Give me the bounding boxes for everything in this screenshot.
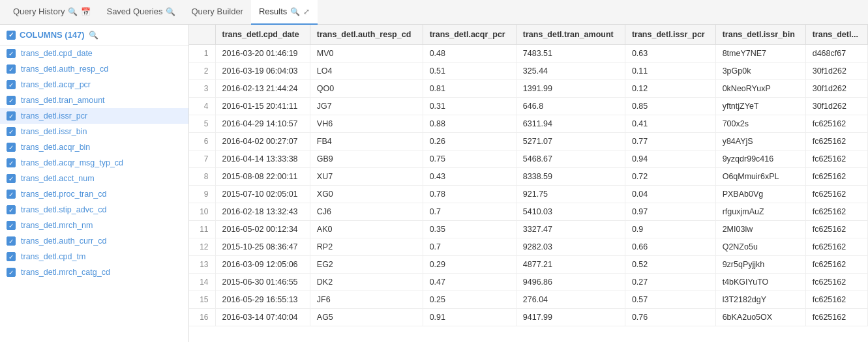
cell-value: 0.41: [625, 115, 715, 133]
columns-panel: ✓ COLUMNS (147) 🔍 trans_detl.cpd_datetra…: [0, 25, 189, 342]
cell-value: 2016-02-13 21:44:24: [215, 80, 310, 98]
columns-search-icon[interactable]: 🔍: [89, 31, 98, 40]
sidebar-col-item[interactable]: trans_detl.issr_pcr: [0, 108, 188, 124]
cell-value: 2015-08-08 22:00:11: [215, 168, 310, 186]
cell-value: fc625162: [805, 150, 867, 168]
row-index: 4: [189, 98, 215, 115]
cell-value: 5468.67: [516, 150, 625, 168]
cell-value: 0.51: [423, 63, 516, 80]
cell-value: 0.27: [625, 274, 715, 291]
cell-value: VH6: [310, 115, 423, 133]
sidebar-col-item[interactable]: trans_detl.mrch_catg_cd: [0, 264, 188, 280]
col-item-label: trans_detl.cpd_tm: [21, 252, 85, 261]
col-header-auth-resp-cd[interactable]: trans_detl.auth_resp_cd: [310, 25, 423, 45]
col-item-label: trans_detl.issr_bin: [21, 127, 87, 136]
row-index: 7: [189, 150, 215, 168]
col-item-label: trans_detl.proc_tran_cd: [21, 190, 106, 199]
columns-header: ✓ COLUMNS (147) 🔍: [0, 25, 188, 46]
sidebar-col-item[interactable]: trans_detl.auth_curr_cd: [0, 233, 188, 249]
sidebar-col-item[interactable]: trans_detl.acqr_pcr: [0, 77, 188, 93]
cell-value: 2016-04-14 13:33:38: [215, 150, 310, 168]
nav-results[interactable]: Results 🔍 ⤢: [251, 0, 318, 25]
nav-query-builder[interactable]: Query Builder: [183, 0, 250, 25]
row-index: 1: [189, 45, 215, 63]
search-icon-3: 🔍: [290, 7, 300, 16]
cell-value: 0.91: [423, 309, 516, 326]
col-header-tran-amount[interactable]: trans_detl.tran_amount: [516, 25, 625, 45]
row-index: 15: [189, 291, 215, 309]
sidebar-col-item[interactable]: trans_detl.acct_num: [0, 171, 188, 186]
search-icon: 🔍: [68, 7, 78, 16]
cell-value: fc625162: [805, 291, 867, 309]
cell-value: d468cf67: [805, 45, 867, 63]
cell-value: 0.88: [423, 115, 516, 133]
cell-value: MV0: [310, 45, 423, 63]
col-header-cpd-date[interactable]: trans_detl.cpd_date: [215, 25, 310, 45]
cell-value: fc625162: [805, 203, 867, 221]
table-row: 12016-03-20 01:46:19MV00.487483.510.638t…: [189, 45, 868, 63]
col-item-label: trans_detl.acqr_msg_typ_cd: [21, 158, 123, 167]
row-index: 16: [189, 309, 215, 326]
results-panel[interactable]: trans_detl.cpd_date trans_detl.auth_resp…: [189, 25, 868, 342]
cell-value: 276.04: [516, 291, 625, 309]
col-item-label: trans_detl.acqr_pcr: [21, 80, 91, 89]
col-header-issr-bin[interactable]: trans_detl.issr_bin: [715, 25, 805, 45]
row-index: 9: [189, 186, 215, 203]
table-row: 42016-01-15 20:41:11JG70.31646.80.85yftn…: [189, 98, 868, 115]
sidebar-col-item[interactable]: trans_detl.acqr_bin: [0, 139, 188, 155]
nav-results-label: Results: [259, 7, 287, 16]
table-body: 12016-03-20 01:46:19MV00.487483.510.638t…: [189, 45, 868, 326]
row-index: 12: [189, 238, 215, 256]
cell-value: QO0: [310, 80, 423, 98]
col-header-acqr-pcr[interactable]: trans_detl.acqr_pcr: [423, 25, 516, 45]
calendar-icon: 📅: [81, 7, 91, 16]
cell-value: fc625162: [805, 274, 867, 291]
sidebar-col-item[interactable]: trans_detl.cpd_tm: [0, 249, 188, 264]
cell-value: 0.26: [423, 133, 516, 150]
cell-value: 0.31: [423, 98, 516, 115]
row-index: 2: [189, 63, 215, 80]
table-row: 122015-10-25 08:36:47RP20.79282.030.66Q2…: [189, 238, 868, 256]
cell-value: JG7: [310, 98, 423, 115]
table-row: 72016-04-14 13:33:38GB90.755468.670.949y…: [189, 150, 868, 168]
col-item-label: trans_detl.tran_amount: [21, 96, 105, 105]
col-item-label: trans_detl.acct_num: [21, 174, 95, 183]
table-row: 152016-05-29 16:55:13JF60.25276.040.57l3…: [189, 291, 868, 309]
row-index: 6: [189, 133, 215, 150]
nav-saved-queries-label: Saved Queries: [106, 7, 162, 16]
cell-value: 9282.03: [516, 238, 625, 256]
main-layout: ✓ COLUMNS (147) 🔍 trans_detl.cpd_datetra…: [0, 25, 868, 342]
col-header-extra[interactable]: trans_detl...: [805, 25, 867, 45]
cell-value: 0.94: [625, 150, 715, 168]
cell-value: 8338.59: [516, 168, 625, 186]
cell-value: 30f1d262: [805, 98, 867, 115]
sidebar-col-item[interactable]: trans_detl.stip_advc_cd: [0, 202, 188, 218]
cell-value: 9zr5qPyjjkh: [715, 256, 805, 274]
cell-value: 325.44: [516, 63, 625, 80]
col-item-label: trans_detl.issr_pcr: [21, 111, 87, 121]
sidebar-col-item[interactable]: trans_detl.tran_amount: [0, 93, 188, 108]
col-header-issr-pcr[interactable]: trans_detl.issr_pcr: [625, 25, 715, 45]
cell-value: fc625162: [805, 186, 867, 203]
nav-query-history[interactable]: Query History 🔍 📅: [5, 0, 98, 25]
cell-value: fc625162: [805, 115, 867, 133]
cell-value: 0.78: [423, 186, 516, 203]
nav-saved-queries[interactable]: Saved Queries 🔍: [98, 0, 183, 25]
sidebar-col-item[interactable]: trans_detl.cpd_date: [0, 46, 188, 61]
sidebar-col-item[interactable]: trans_detl.auth_resp_cd: [0, 61, 188, 77]
cell-value: y84AYjS: [715, 133, 805, 150]
columns-checkbox[interactable]: ✓: [7, 31, 16, 40]
cell-value: 7483.51: [516, 45, 625, 63]
cell-value: JF6: [310, 291, 423, 309]
cell-value: 0.29: [423, 256, 516, 274]
sidebar-col-item[interactable]: trans_detl.acqr_msg_typ_cd: [0, 155, 188, 171]
sidebar-col-item[interactable]: trans_detl.mrch_nm: [0, 218, 188, 233]
columns-list: trans_detl.cpd_datetrans_detl.auth_resp_…: [0, 46, 188, 280]
cell-value: 0.43: [423, 168, 516, 186]
table-row: 62016-04-02 00:27:07FB40.265271.070.77y8…: [189, 133, 868, 150]
sidebar-col-item[interactable]: trans_detl.proc_tran_cd: [0, 186, 188, 202]
sidebar-col-item[interactable]: trans_detl.issr_bin: [0, 124, 188, 139]
table-header-row: trans_detl.cpd_date trans_detl.auth_resp…: [189, 25, 868, 45]
nav-query-builder-label: Query Builder: [191, 7, 243, 16]
cell-value: EG2: [310, 256, 423, 274]
